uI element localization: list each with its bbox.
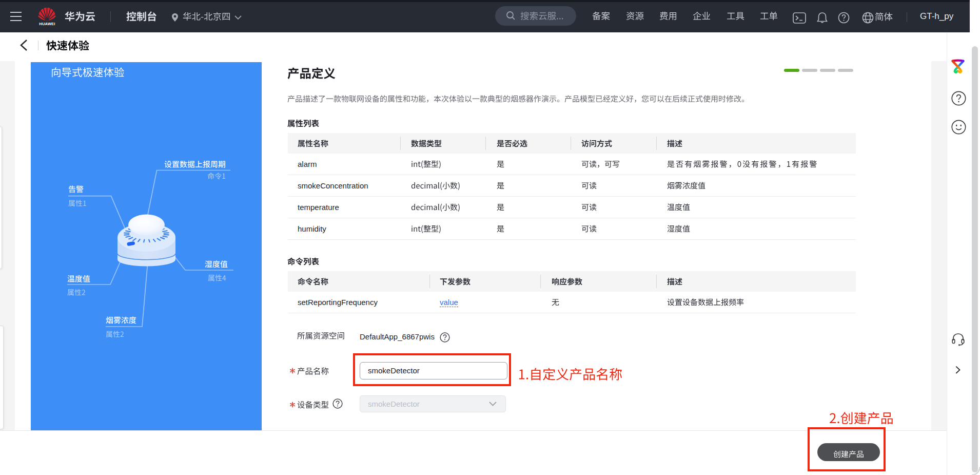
- svg-text:HUAWEI: HUAWEI: [39, 22, 55, 26]
